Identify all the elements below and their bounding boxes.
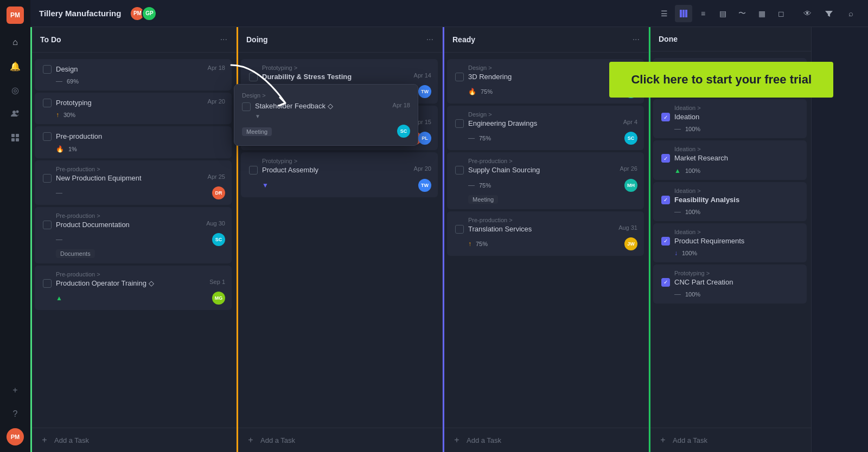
task-card-market-research[interactable]: Ideation > Market Research ▲ 100% xyxy=(653,140,807,179)
task-checkbox-feasibility[interactable] xyxy=(661,196,670,204)
task-card-ideation[interactable]: Ideation > Ideation — 100% xyxy=(653,99,807,138)
task-checkbox-new-equipment[interactable] xyxy=(43,174,52,183)
task-card-preproduction[interactable]: Pre-production 🔥 1% xyxy=(35,126,232,158)
list-view-btn[interactable]: ☰ xyxy=(655,5,673,22)
task-date-product-docs: Aug 30 xyxy=(206,220,225,227)
column-header-done: Done xyxy=(649,27,811,51)
task-card-operator-training[interactable]: Pre-production > Production Operator Tra… xyxy=(35,266,232,310)
task-checkbox-translation[interactable] xyxy=(455,225,464,234)
task-avatar-translation: JW xyxy=(624,237,637,250)
column-menu-ready[interactable]: ··· xyxy=(633,35,640,44)
task-card-product-requirements[interactable]: Ideation > Product Requirements ↓ 100% xyxy=(653,223,807,262)
progress-icon-feasibility: — xyxy=(674,208,681,216)
activity-view-btn[interactable]: 〜 xyxy=(733,5,751,22)
task-checkbox-prototyping[interactable] xyxy=(43,99,52,107)
task-card-engineering-drawings[interactable]: Design > Engineering Drawings Apr 4 — 75… xyxy=(447,106,644,150)
task-name-feasibility: Feasibility Analysis xyxy=(674,195,800,205)
sidebar-item-notifications[interactable]: 🔔 xyxy=(5,56,25,76)
task-progress-cnc: 100% xyxy=(685,291,700,298)
filter-icon[interactable] xyxy=(820,5,838,22)
task-name-product-docs: Product Documentation xyxy=(56,220,202,230)
task-card-cnc[interactable]: Prototyping > CNC Part Creation — 100% xyxy=(653,264,807,304)
task-name-3d-rendering: 3D Rendering xyxy=(468,72,619,82)
progress-icon-new-equipment: — xyxy=(56,189,62,197)
sidebar-item-activity[interactable]: ◎ xyxy=(5,80,25,100)
app-logo[interactable]: PM xyxy=(7,7,24,24)
add-task-doing[interactable]: + Add a Task xyxy=(237,428,442,452)
user-avatar[interactable]: PM xyxy=(7,428,24,445)
sidebar-item-people[interactable] xyxy=(5,104,25,124)
task-badge-supply-chain: Meeting xyxy=(468,195,498,204)
task-category-feasibility: Ideation > xyxy=(661,188,800,194)
task-progress-3d-rendering: 75% xyxy=(481,88,493,95)
doc-view-btn[interactable]: ◻ xyxy=(773,5,790,22)
task-card-product-docs[interactable]: Pre-production > Product Documentation A… xyxy=(35,207,232,263)
task-avatar-durability: TW xyxy=(418,85,431,98)
header-right-icons: 👁 ⌕ xyxy=(799,5,859,22)
floating-card-avatar: SC xyxy=(397,125,410,138)
progress-icon-engineering-drawings: — xyxy=(468,134,475,142)
task-checkbox-ideation[interactable] xyxy=(661,113,670,121)
task-category-product-assembly: Prototyping > xyxy=(249,158,431,164)
task-category-market-research: Ideation > xyxy=(661,146,800,152)
sidebar-item-projects[interactable] xyxy=(5,128,25,147)
add-task-todo[interactable]: + Add a Task xyxy=(30,428,236,452)
header-avatars: PM GP xyxy=(130,6,157,21)
column-header-ready: Ready ··· xyxy=(443,27,648,53)
column-menu-doing[interactable]: ··· xyxy=(426,35,433,44)
search-icon[interactable]: ⌕ xyxy=(842,5,859,22)
floating-card: Design > Stakeholder Feedback ◇ Apr 18 ▼… xyxy=(234,84,418,146)
sidebar-item-add[interactable]: + xyxy=(5,380,25,400)
task-checkbox-engineering-drawings[interactable] xyxy=(455,119,464,128)
add-task-ready[interactable]: + Add a Task xyxy=(443,428,648,452)
task-checkbox-supply-chain[interactable] xyxy=(455,166,464,175)
floating-card-date: Apr 18 xyxy=(393,102,410,108)
task-badge-product-docs: Documents xyxy=(56,249,95,258)
task-card-prototyping[interactable]: Prototyping Apr 20 ↑ 30% xyxy=(35,93,232,124)
task-category-engineering-drawings: Design > xyxy=(455,111,637,118)
task-card-feasibility[interactable]: Ideation > Feasibility Analysis — 100% xyxy=(653,182,807,221)
task-checkbox-product-assembly[interactable] xyxy=(249,166,258,175)
task-name-operator-training: Production Operator Training ◇ xyxy=(56,279,205,288)
add-task-plus-done: + xyxy=(658,435,668,445)
task-checkbox-durability[interactable] xyxy=(249,73,258,81)
task-checkbox-market-research[interactable] xyxy=(661,154,670,163)
svg-point-0 xyxy=(12,111,16,114)
progress-icon-product-requirements: ↓ xyxy=(674,249,678,257)
task-card-product-assembly[interactable]: Prototyping > Product Assembly Apr 20 ▼ … xyxy=(241,152,438,197)
floating-card-category: Design > xyxy=(242,92,410,99)
task-category-new-equipment: Pre-production > xyxy=(43,166,225,172)
task-progress-prototyping: 30% xyxy=(63,112,75,118)
task-category-operator-training: Pre-production > xyxy=(43,271,225,277)
progress-icon-cnc: — xyxy=(674,290,681,298)
floating-card-name: Stakeholder Feedback ◇ xyxy=(255,102,388,110)
column-title-ready: Ready xyxy=(452,35,633,44)
task-checkbox-product-requirements[interactable] xyxy=(661,237,670,246)
calendar-view-btn[interactable]: ▦ xyxy=(753,5,770,22)
task-progress-engineering-drawings: 75% xyxy=(479,135,491,141)
sidebar-item-home[interactable]: ⌂ xyxy=(5,33,25,52)
task-checkbox-preproduction[interactable] xyxy=(43,132,52,141)
header-avatar-1[interactable]: GP xyxy=(142,6,157,21)
task-card-new-equipment[interactable]: Pre-production > New Production Equipmen… xyxy=(35,160,232,205)
floating-card-checkbox[interactable] xyxy=(242,102,251,111)
gantt-view-btn[interactable]: ≡ xyxy=(694,5,712,22)
progress-icon-operator-training: ▲ xyxy=(56,294,62,302)
task-card-translation[interactable]: Pre-production > Translation Services Au… xyxy=(447,211,644,256)
task-checkbox-product-docs[interactable] xyxy=(43,221,52,229)
progress-icon-ideation: — xyxy=(674,125,681,133)
table-view-btn[interactable]: ▤ xyxy=(714,5,731,22)
column-menu-todo[interactable]: ··· xyxy=(220,35,227,44)
sidebar-item-help[interactable]: ? xyxy=(5,404,25,424)
task-checkbox-3d-rendering[interactable] xyxy=(455,73,464,81)
task-card-design[interactable]: Design Apr 18 — 69% xyxy=(35,59,232,91)
task-checkbox-operator-training[interactable] xyxy=(43,279,52,288)
task-name-market-research: Market Research xyxy=(674,153,800,163)
cta-banner[interactable]: Click here to start your free trial xyxy=(609,62,833,98)
watch-icon[interactable]: 👁 xyxy=(799,5,816,22)
task-checkbox-design[interactable] xyxy=(43,65,52,74)
task-card-supply-chain[interactable]: Pre-production > Supply Chain Sourcing A… xyxy=(447,152,644,209)
board-view-btn[interactable] xyxy=(675,5,692,22)
task-checkbox-cnc[interactable] xyxy=(661,278,670,287)
add-task-done[interactable]: + Add a Task xyxy=(649,428,811,452)
